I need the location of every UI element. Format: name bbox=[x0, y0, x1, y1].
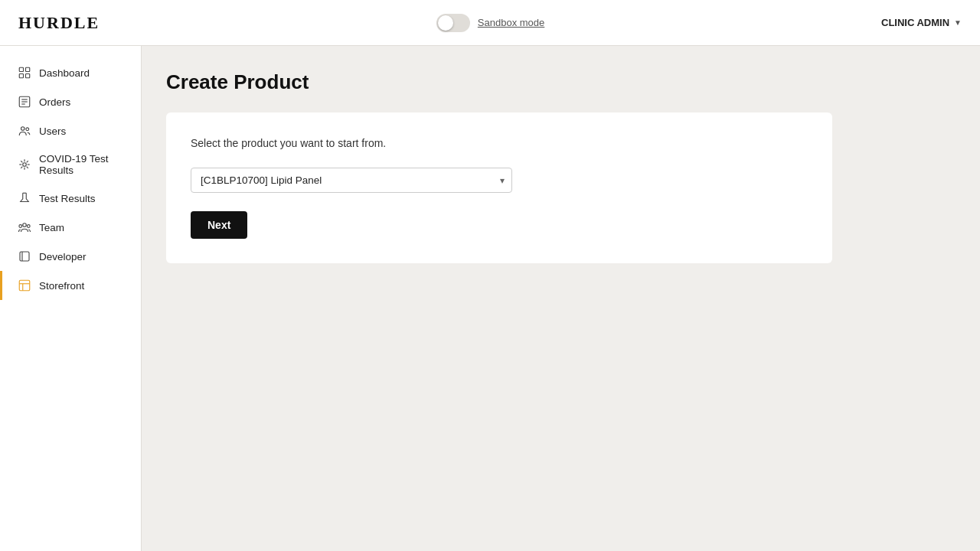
sidebar-label-users: Users bbox=[39, 126, 66, 137]
sandbox-toggle[interactable] bbox=[436, 14, 470, 32]
create-product-card: Select the product you want to start fro… bbox=[166, 112, 832, 263]
sidebar-label-team: Team bbox=[39, 222, 64, 233]
sidebar-label-test-results: Test Results bbox=[39, 193, 96, 204]
svg-point-9 bbox=[26, 128, 29, 131]
users-icon bbox=[18, 124, 31, 138]
sidebar-label-dashboard: Dashboard bbox=[39, 67, 90, 79]
sidebar-label-covid: COVID-19 Test Results bbox=[39, 153, 126, 176]
svg-rect-3 bbox=[26, 74, 30, 78]
svg-point-10 bbox=[23, 163, 27, 167]
layout: Dashboard Orders Users COVID-19 Test Res… bbox=[0, 46, 980, 551]
main-content: Create Product Select the product you wa… bbox=[142, 46, 980, 551]
svg-point-20 bbox=[23, 223, 27, 227]
topbar-center: Sandbox mode bbox=[436, 14, 544, 32]
sidebar-label-storefront: Storefront bbox=[39, 280, 84, 292]
svg-line-18 bbox=[21, 167, 22, 168]
svg-rect-23 bbox=[20, 252, 29, 261]
svg-line-17 bbox=[27, 161, 28, 162]
svg-rect-1 bbox=[26, 67, 30, 71]
admin-menu[interactable]: CLINIC ADMIN ▼ bbox=[881, 17, 962, 28]
test-results-icon bbox=[18, 191, 31, 205]
sidebar-label-developer: Developer bbox=[39, 251, 87, 262]
developer-icon bbox=[18, 249, 31, 263]
storefront-icon bbox=[18, 279, 31, 292]
sidebar-item-team[interactable]: Team bbox=[0, 213, 141, 242]
orders-icon bbox=[18, 95, 31, 109]
svg-point-8 bbox=[21, 127, 25, 131]
topbar: HURDLE Sandbox mode CLINIC ADMIN ▼ bbox=[0, 0, 980, 46]
sidebar-item-orders[interactable]: Orders bbox=[0, 87, 141, 116]
sidebar-item-users[interactable]: Users bbox=[0, 116, 141, 145]
dashboard-icon bbox=[18, 66, 31, 80]
sandbox-label[interactable]: Sandbox mode bbox=[478, 17, 544, 28]
page-title: Create Product bbox=[166, 70, 956, 94]
sandbox-toggle-knob bbox=[438, 15, 453, 31]
chevron-down-icon: ▼ bbox=[954, 18, 962, 27]
next-button[interactable]: Next bbox=[191, 211, 247, 239]
svg-point-22 bbox=[27, 225, 30, 228]
card-description: Select the product you want to start fro… bbox=[191, 137, 808, 149]
product-select-wrapper: [C1BLP10700] Lipid Panel ▾ bbox=[191, 168, 512, 193]
sidebar-label-orders: Orders bbox=[39, 96, 70, 108]
sidebar-item-covid[interactable]: COVID-19 Test Results bbox=[0, 145, 141, 184]
sidebar-item-developer[interactable]: Developer bbox=[0, 242, 141, 271]
sidebar: Dashboard Orders Users COVID-19 Test Res… bbox=[0, 46, 142, 551]
logo: HURDLE bbox=[18, 13, 100, 33]
admin-label: CLINIC ADMIN bbox=[881, 17, 949, 28]
sidebar-item-storefront[interactable]: Storefront bbox=[0, 271, 141, 300]
covid-icon bbox=[18, 158, 31, 171]
svg-rect-25 bbox=[19, 280, 30, 291]
team-icon bbox=[18, 220, 31, 234]
sidebar-item-dashboard[interactable]: Dashboard bbox=[0, 58, 141, 87]
sidebar-item-test-results[interactable]: Test Results bbox=[0, 184, 141, 213]
svg-rect-2 bbox=[19, 74, 23, 78]
product-select[interactable]: [C1BLP10700] Lipid Panel bbox=[191, 168, 512, 193]
svg-line-15 bbox=[21, 161, 22, 162]
svg-line-16 bbox=[27, 167, 28, 168]
svg-point-21 bbox=[19, 225, 22, 228]
svg-rect-0 bbox=[19, 67, 23, 71]
